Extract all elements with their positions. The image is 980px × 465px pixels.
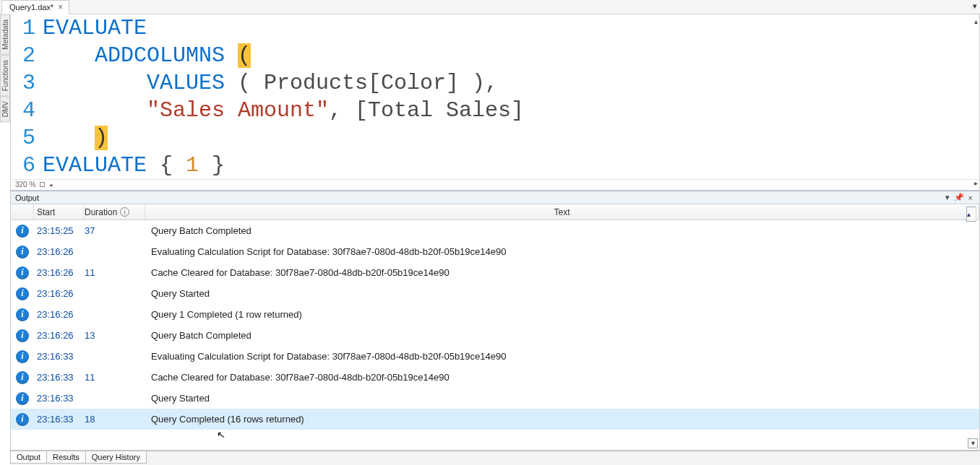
code-line[interactable]: EVALUATE { 1 }	[43, 152, 972, 179]
col-header-icon[interactable]	[11, 204, 34, 220]
code-content[interactable]: EVALUATE ADDCOLUMNS ( VALUES ( Products[…	[43, 14, 979, 179]
output-row[interactable]: i23:16:33Evaluating Calculation Script f…	[11, 346, 979, 367]
col-header-text[interactable]: Text	[145, 204, 979, 220]
output-grid-header: Start Durationi Text ▴	[11, 204, 979, 220]
scroll-right-icon[interactable]: ▸	[974, 179, 978, 187]
output-cell-start: 23:16:33	[34, 393, 85, 404]
output-cell-text: Query Started	[145, 393, 979, 404]
output-cell-start: 23:15:25	[34, 225, 85, 236]
bottom-tab-strip: OutputResultsQuery History	[10, 451, 980, 465]
output-cell-text: Query Completed (16 rows returned)	[145, 414, 979, 425]
panel-close-icon[interactable]: ×	[966, 194, 975, 202]
output-row[interactable]: i23:16:26Query 1 Completed (1 row return…	[11, 304, 979, 325]
line-number-gutter: 123456	[11, 14, 43, 179]
side-tab-functions[interactable]: Functions	[0, 55, 10, 96]
output-cell-text: Query Started	[145, 288, 979, 299]
info-icon: i	[16, 371, 29, 384]
output-cell-text: Cache Cleared for Database: 30f78ae7-080…	[145, 267, 979, 278]
info-icon: i	[16, 266, 29, 279]
file-tab[interactable]: Query1.dax* ×	[1, 0, 69, 14]
bottom-tab-results[interactable]: Results	[46, 451, 86, 464]
output-cell-start: 23:16:26	[34, 309, 85, 320]
output-panel-title-bar: Output ▾ 📌 ×	[11, 191, 979, 204]
bottom-tab-output[interactable]: Output	[10, 451, 47, 464]
col-header-start[interactable]: Start	[34, 204, 85, 220]
panel-dropdown-icon[interactable]: ▾	[943, 193, 952, 202]
output-cell-start: 23:16:33	[34, 414, 85, 425]
col-header-duration[interactable]: Durationi	[85, 204, 145, 220]
line-number: 6	[14, 152, 35, 179]
info-icon: i	[16, 413, 29, 426]
output-row[interactable]: i23:16:26Evaluating Calculation Script f…	[11, 241, 979, 262]
info-icon: i	[16, 329, 29, 342]
code-line[interactable]: "Sales Amount", [Total Sales]	[43, 97, 972, 124]
output-cell-text: Evaluating Calculation Script for Databa…	[145, 351, 979, 362]
output-cell-duration: 13	[85, 330, 145, 341]
output-cell-start: 23:16:26	[34, 246, 85, 257]
info-icon: i	[16, 392, 29, 405]
scroll-top-icon[interactable]: ▴	[966, 207, 976, 222]
output-cell-duration: 11	[85, 372, 145, 383]
info-icon: i	[16, 225, 29, 238]
line-number: 5	[14, 124, 35, 152]
chevron-left-icon[interactable]: ◂	[49, 181, 53, 188]
scroll-up-icon[interactable]: ▴	[974, 17, 978, 25]
info-icon: i	[16, 308, 29, 321]
window-menu-icon[interactable]: ▾	[973, 1, 977, 11]
line-number: 3	[14, 69, 35, 97]
output-cell-text: Query Batch Completed	[145, 225, 979, 236]
file-tab-label: Query1.dax*	[9, 3, 53, 12]
output-row[interactable]: i23:16:33Query Started	[11, 388, 979, 409]
output-cell-duration: 11	[85, 267, 145, 278]
output-cell-duration: 37	[85, 225, 145, 236]
output-cell-start: 23:16:33	[34, 372, 85, 383]
code-line[interactable]: VALUES ( Products[Color] ),	[43, 69, 972, 97]
output-cell-start: 23:16:33	[34, 351, 85, 362]
info-icon: i	[120, 207, 129, 217]
output-row[interactable]: i23:15:2537Query Batch Completed	[11, 220, 979, 241]
line-number: 2	[14, 42, 35, 69]
code-line[interactable]: EVALUATE	[43, 14, 972, 42]
output-panel-title: Output	[15, 194, 39, 202]
code-editor[interactable]: 123456 EVALUATE ADDCOLUMNS ( VALUES ( Pr…	[11, 14, 979, 179]
editor-status-bar: 320 % ◂	[11, 179, 979, 190]
output-row[interactable]: i23:16:3318Query Completed (16 rows retu…	[11, 409, 979, 430]
side-tab-metadata[interactable]: Metadata	[0, 14, 10, 55]
line-number: 4	[14, 97, 35, 124]
info-icon: i	[16, 350, 29, 363]
output-cell-text: Cache Cleared for Database: 30f78ae7-080…	[145, 372, 979, 383]
output-grid-rows[interactable]: i23:15:2537Query Batch Completedi23:16:2…	[11, 220, 979, 450]
side-tab-strip: MetadataFunctionsDMV	[0, 14, 10, 122]
scroll-bottom-icon[interactable]: ▾	[968, 438, 978, 448]
code-line[interactable]: ADDCOLUMNS (	[43, 42, 972, 69]
editor-pane: ▴ 123456 EVALUATE ADDCOLUMNS ( VALUES ( …	[10, 14, 980, 191]
output-panel: Output ▾ 📌 × Start Durationi Text ▴ i23:…	[10, 191, 980, 451]
output-cell-text: Evaluating Calculation Script for Databa…	[145, 246, 979, 257]
close-icon[interactable]: ×	[58, 3, 63, 12]
code-line[interactable]: )	[43, 124, 972, 152]
output-cell-text: Query 1 Completed (1 row returned)	[145, 309, 979, 320]
output-cell-start: 23:16:26	[34, 330, 85, 341]
panel-pin-icon[interactable]: 📌	[952, 193, 966, 202]
output-cell-start: 23:16:26	[34, 288, 85, 299]
output-cell-start: 23:16:26	[34, 267, 85, 278]
side-tab-dmv[interactable]: DMV	[0, 96, 10, 122]
line-number: 1	[14, 14, 35, 42]
output-row[interactable]: i23:16:2613Query Batch Completed	[11, 325, 979, 346]
zoom-handle-icon[interactable]	[40, 182, 45, 187]
output-cell-text: Query Batch Completed	[145, 330, 979, 341]
output-row[interactable]: i23:16:26Query Started	[11, 283, 979, 304]
info-icon: i	[16, 245, 29, 258]
zoom-label: 320 %	[15, 181, 35, 188]
info-icon: i	[16, 287, 29, 300]
file-tab-strip: Query1.dax* ×	[0, 0, 980, 14]
output-row[interactable]: i23:16:3311Cache Cleared for Database: 3…	[11, 367, 979, 388]
output-cell-duration: 18	[85, 414, 145, 425]
output-row[interactable]: i23:16:2611Cache Cleared for Database: 3…	[11, 262, 979, 283]
bottom-tab-query-history[interactable]: Query History	[85, 451, 147, 464]
